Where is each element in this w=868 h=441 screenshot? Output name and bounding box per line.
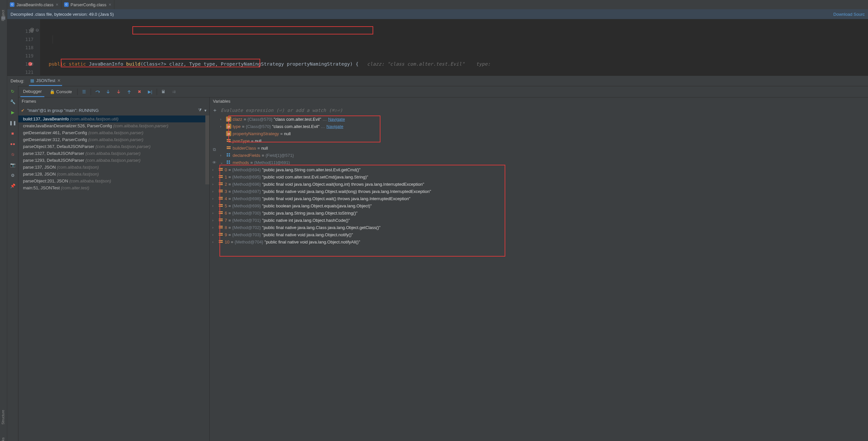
threads-view-icon[interactable]: ☰ [80, 88, 88, 96]
var-type[interactable]: › p type = {Class@570} "class com.alter.… [217, 123, 506, 130]
expand-icon[interactable]: › [212, 175, 217, 179]
expand-icon[interactable]: › [212, 189, 217, 193]
step-out-icon[interactable] [125, 88, 133, 96]
code-editor[interactable]: 116 117 118 119 120 121 @ ⊖ public stati… [7, 19, 506, 75]
code-area[interactable]: public static JavaBeanInfo build(Class<?… [40, 19, 506, 75]
watch-icon[interactable]: 👁 [211, 160, 217, 165]
field-icon [218, 167, 223, 172]
var-declaredFields[interactable]: › declaredFields = {Field[1]@571} [217, 151, 506, 159]
close-icon[interactable]: ✕ [56, 3, 59, 7]
field-icon [218, 196, 223, 201]
variables-header: Variables [210, 97, 506, 105]
force-step-into-icon[interactable] [115, 88, 123, 96]
editor-tab-parserconfig[interactable]: © ParserConfig.class ✕ [61, 0, 114, 9]
project-folder-icon[interactable] [1, 16, 5, 20]
rerun-icon[interactable]: ↻ [9, 88, 16, 95]
stack-frame[interactable]: main:51, JSONTest (com.alter.test) [19, 184, 209, 191]
evaluate-expression-icon[interactable]: 🖩 [160, 88, 167, 96]
tab-debugger[interactable]: Debugger [20, 86, 44, 97]
step-into-icon[interactable] [104, 88, 112, 96]
field-icon [218, 181, 223, 187]
expand-icon[interactable]: › [212, 182, 217, 186]
breakpoint-icon[interactable] [28, 62, 32, 66]
add-watch-icon[interactable]: ＋ [212, 107, 217, 114]
stack-frame[interactable]: getDeserializer:312, ParserConfig (com.a… [19, 136, 209, 143]
pause-icon[interactable]: ❚❚ [9, 120, 16, 126]
stack-frame[interactable]: parse:137, JSON (com.alibaba.fastjson) [19, 164, 209, 171]
array-element[interactable]: ›8={Method@702} "public final native jav… [210, 224, 506, 231]
array-element[interactable]: ›3={Method@697} "public final native voi… [210, 188, 506, 195]
stack-frame[interactable]: parseObject:367, DefaultJSONParser (com.… [19, 143, 209, 150]
expand-icon[interactable]: › [212, 218, 217, 222]
filter-icon[interactable]: ⧩ [198, 108, 202, 113]
array-element[interactable]: ›4={Method@698} "public final void java.… [210, 195, 506, 202]
var-methods[interactable]: ⌄ methods = {Method[11]@691} [217, 159, 506, 166]
evaluate-expression-row: ＋ [210, 105, 506, 115]
variables-tree[interactable]: ⧉ 👁 › p clazz = {Class@570} "class com.a… [210, 115, 506, 257]
pin-icon[interactable]: 📌 [9, 182, 16, 189]
stack-frame[interactable]: getDeserializer:461, ParserConfig (com.a… [19, 129, 209, 136]
close-icon[interactable]: ✕ [108, 3, 112, 7]
expand-icon[interactable]: › [220, 117, 225, 121]
var-builderClass[interactable]: builderClass = null [217, 144, 506, 151]
array-element[interactable]: ›10={Method@704} "public final native vo… [210, 238, 506, 245]
modify-run-config-icon[interactable]: 🔧 [9, 98, 16, 105]
close-icon[interactable]: ✕ [57, 78, 61, 83]
copy-icon[interactable]: ⧉ [211, 147, 217, 152]
resume-icon[interactable]: ▶ [9, 109, 16, 115]
thread-selector[interactable]: ✔ "main"@1 in group "main": RUNNING ⧩ ▾ [19, 105, 210, 115]
array-icon [226, 152, 231, 158]
mute-breakpoints-icon[interactable]: ⦸ [9, 151, 16, 158]
expand-icon[interactable]: › [212, 233, 217, 237]
debug-toolbar: Debugger 🔒Console ☰ ✖︎ ▶| 🖩 ⇉ [19, 86, 506, 97]
run-config-tab[interactable]: ▦ JSONTest ✕ [29, 76, 62, 86]
navigate-link[interactable]: Navigate [328, 117, 345, 122]
navigate-link[interactable]: Navigate [327, 124, 343, 129]
var-jsonType[interactable]: jsonType = null [217, 137, 506, 144]
var-clazz[interactable]: › p clazz = {Class@570} "class com.alter… [217, 115, 506, 123]
array-element[interactable]: ›5={Method@699} "public boolean java.lan… [210, 202, 506, 209]
expand-icon[interactable]: › [212, 204, 217, 208]
stack-frame[interactable]: parseObject:201, JSON (com.alibaba.fastj… [19, 177, 209, 184]
settings-icon[interactable]: ⚙ [9, 172, 16, 178]
expand-icon[interactable]: › [220, 153, 225, 157]
collapse-icon[interactable]: ⊖ [35, 28, 39, 32]
trace-current-stream-icon[interactable]: ⇉ [170, 88, 178, 96]
var-propertyNamingStrategy[interactable]: p propertyNamingStrategy = null [217, 130, 506, 137]
expand-icon[interactable]: › [220, 124, 225, 128]
collapse-icon[interactable]: ⌄ [220, 161, 225, 165]
stack-frame[interactable]: createJavaBeanDeserializer:526, ParserCo… [19, 123, 209, 129]
array-element[interactable]: ›2={Method@696} "public final void java.… [210, 180, 506, 188]
expand-icon[interactable]: › [212, 197, 217, 201]
override-icon[interactable]: @ [30, 27, 34, 32]
array-element[interactable]: ›6={Method@700} "public java.lang.String… [210, 209, 506, 216]
stack-frame[interactable]: build:137, JavaBeanInfo (com.alibaba.fas… [19, 115, 209, 123]
frames-list[interactable]: build:137, JavaBeanInfo (com.alibaba.fas… [19, 115, 210, 257]
array-element[interactable]: ›7={Method@701} "public native int java.… [210, 216, 506, 224]
tab-console[interactable]: 🔒Console [47, 86, 74, 97]
array-element[interactable]: ›1={Method@695} "public void com.alter.t… [210, 173, 506, 180]
expand-icon[interactable]: › [212, 168, 217, 172]
scrollbar[interactable] [205, 115, 209, 184]
array-icon [226, 160, 231, 165]
line-number: 119 [7, 52, 33, 60]
array-element[interactable]: ›9={Method@703} "public final native voi… [210, 231, 506, 238]
expand-icon[interactable]: › [212, 226, 217, 229]
stack-frame[interactable]: parse:1327, DefaultJSONParser (com.aliba… [19, 150, 209, 157]
editor-tab-javabeaninfo[interactable]: © JavaBeanInfo.class ✕ [7, 0, 61, 9]
drop-frame-icon[interactable]: ✖︎ [136, 88, 144, 96]
stop-icon[interactable]: ■ [9, 130, 16, 136]
expand-icon[interactable]: › [212, 240, 217, 244]
stack-frame[interactable]: parse:128, JSON (com.alibaba.fastjson) [19, 171, 209, 177]
field-icon [218, 203, 223, 208]
array-element[interactable]: ›0={Method@694} "public java.lang.String… [210, 166, 506, 173]
run-to-cursor-icon[interactable]: ▶| [146, 88, 154, 96]
expand-icon[interactable]: › [212, 211, 217, 215]
evaluate-expression-input[interactable] [221, 108, 506, 113]
stack-frame[interactable]: parse:1293, DefaultJSONParser (com.aliba… [19, 157, 209, 164]
view-breakpoints-icon[interactable]: ●● [9, 140, 16, 147]
get-thread-dump-icon[interactable]: 📷 [9, 162, 16, 168]
field-icon [218, 232, 223, 237]
chevron-down-icon[interactable]: ▾ [204, 108, 207, 113]
step-over-icon[interactable] [94, 88, 101, 96]
